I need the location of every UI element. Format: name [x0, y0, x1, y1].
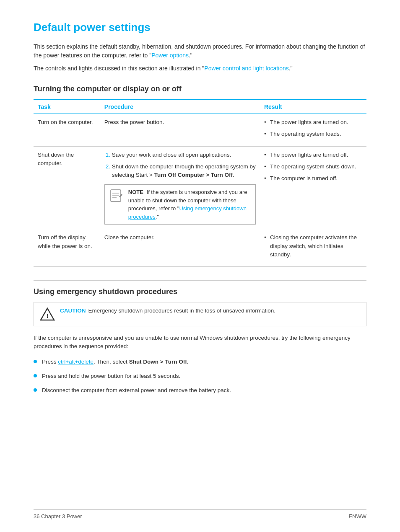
table-cell-procedure: Close the computer. — [100, 229, 260, 267]
procedure-table: Task Procedure Result Turn on the comput… — [34, 99, 366, 267]
result-list: The power lights are turned off.The oper… — [264, 151, 362, 183]
emergency-bullets-list: Press ctrl+alt+delete. Then, select Shut… — [34, 358, 366, 395]
result-item: The operating system shuts down. — [264, 163, 362, 171]
note-text: NOTE If the system is unresponsive and y… — [128, 188, 251, 221]
power-options-link[interactable]: Power options — [151, 52, 189, 59]
footer-left: 36 Chapter 3 Power — [34, 513, 82, 519]
result-item: The power lights are turned off. — [264, 151, 362, 159]
caution-icon: ! — [40, 307, 55, 322]
caution-box: ! CAUTIONEmergency shutdown procedures r… — [34, 302, 366, 326]
bullet-dot — [34, 388, 37, 392]
result-item: The computer is turned off. — [264, 174, 362, 183]
table-row: Shut down the computer.Save your work an… — [34, 146, 366, 229]
result-list: Closing the computer activates the displ… — [264, 233, 362, 259]
footer: 36 Chapter 3 Power ENWW — [34, 509, 366, 519]
caution-text: CAUTIONEmergency shutdown procedures res… — [60, 307, 275, 315]
caution-label: CAUTION — [60, 307, 86, 314]
section1-heading: Turning the computer or display on or of… — [34, 85, 366, 93]
table-row: Turn off the display while the power is … — [34, 229, 366, 267]
table-row: Turn on the computer.Press the power but… — [34, 114, 366, 147]
procedure-step: Save your work and close all open applic… — [112, 151, 256, 159]
body-text: If the computer is unresponsive and you … — [34, 334, 366, 351]
table-cell-result: The power lights are turned off.The oper… — [260, 146, 366, 229]
emergency-bullet-item: Disconnect the computer from external po… — [34, 386, 366, 395]
section2-heading: Using emergency shutdown procedures — [34, 280, 366, 296]
bullet-dot — [34, 360, 37, 363]
table-header-procedure: Procedure — [100, 100, 260, 114]
table-cell-task: Turn on the computer. — [34, 114, 100, 147]
emergency-bullet-item: Press ctrl+alt+delete. Then, select Shut… — [34, 358, 366, 366]
table-cell-result: Closing the computer activates the displ… — [260, 229, 366, 267]
result-item: The power lights are turned on. — [264, 118, 362, 127]
page-title: Default power settings — [34, 21, 366, 34]
ctrl-alt-delete-link[interactable]: ctrl+alt+delete — [58, 359, 94, 365]
power-control-link[interactable]: Power control and light locations — [204, 65, 289, 72]
emergency-bullet-item: Press and hold the power button for at l… — [34, 372, 366, 380]
note-icon — [109, 188, 124, 203]
footer-right: ENWW — [348, 513, 366, 519]
result-item: Closing the computer activates the displ… — [264, 233, 362, 259]
bullet-text: Press ctrl+alt+delete. Then, select Shut… — [42, 358, 189, 366]
bullet-text: Press and hold the power button for at l… — [42, 372, 180, 380]
table-cell-procedure: Save your work and close all open applic… — [100, 146, 260, 229]
table-cell-task: Shut down the computer. — [34, 146, 100, 229]
bullet-text: Disconnect the computer from external po… — [42, 386, 231, 395]
note-box: NOTE If the system is unresponsive and y… — [104, 184, 256, 225]
intro-paragraph-2: The controls and lights discussed in thi… — [34, 64, 366, 73]
result-list: The power lights are turned on.The opera… — [264, 118, 362, 139]
table-header-result: Result — [260, 100, 366, 114]
procedure-step: Shut down the computer through the opera… — [112, 163, 256, 180]
intro-paragraph-1: This section explains the default standb… — [34, 42, 366, 60]
table-cell-procedure: Press the power button. — [100, 114, 260, 147]
result-item: The operating system loads. — [264, 130, 362, 138]
svg-rect-0 — [111, 190, 121, 201]
table-header-task: Task — [34, 100, 100, 114]
table-cell-result: The power lights are turned on.The opera… — [260, 114, 366, 147]
bullet-dot — [34, 374, 37, 377]
table-cell-task: Turn off the display while the power is … — [34, 229, 100, 267]
svg-text:!: ! — [47, 312, 49, 319]
procedure-steps: Save your work and close all open applic… — [104, 151, 256, 180]
